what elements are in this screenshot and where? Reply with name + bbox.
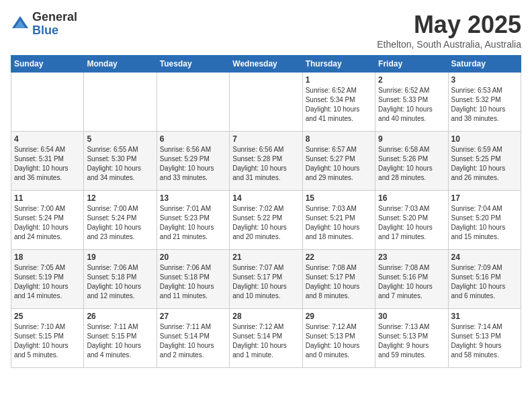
day-info: Sunrise: 6:52 AM Sunset: 5:33 PM Dayligh… xyxy=(378,86,445,124)
calendar-header: Sunday Monday Tuesday Wednesday Thursday… xyxy=(11,56,521,73)
day-number: 19 xyxy=(87,253,153,262)
header-sunday: Sunday xyxy=(11,56,84,73)
day-info: Sunrise: 7:00 AM Sunset: 5:24 PM Dayligh… xyxy=(14,204,81,242)
calendar-cell xyxy=(11,73,84,132)
calendar-cell: 12Sunrise: 7:00 AM Sunset: 5:24 PM Dayli… xyxy=(84,191,157,250)
calendar-cell: 18Sunrise: 7:05 AM Sunset: 5:19 PM Dayli… xyxy=(11,250,84,309)
calendar-cell: 31Sunrise: 7:14 AM Sunset: 5:13 PM Dayli… xyxy=(448,309,521,368)
calendar-week-3: 11Sunrise: 7:00 AM Sunset: 5:24 PM Dayli… xyxy=(11,191,521,250)
day-number: 7 xyxy=(232,134,299,144)
calendar-cell: 26Sunrise: 7:11 AM Sunset: 5:15 PM Dayli… xyxy=(84,309,157,368)
calendar-cell: 1Sunrise: 6:52 AM Sunset: 5:34 PM Daylig… xyxy=(302,73,375,132)
day-number: 23 xyxy=(378,253,445,262)
day-number: 16 xyxy=(378,193,445,203)
day-info: Sunrise: 6:56 AM Sunset: 5:29 PM Dayligh… xyxy=(160,145,226,183)
calendar-cell: 7Sunrise: 6:56 AM Sunset: 5:28 PM Daylig… xyxy=(230,132,302,191)
calendar-week-1: 1Sunrise: 6:52 AM Sunset: 5:34 PM Daylig… xyxy=(11,73,521,132)
day-info: Sunrise: 6:55 AM Sunset: 5:30 PM Dayligh… xyxy=(87,145,153,183)
calendar-week-4: 18Sunrise: 7:05 AM Sunset: 5:19 PM Dayli… xyxy=(11,250,521,309)
day-number: 15 xyxy=(306,193,372,203)
logo: General Blue xyxy=(11,11,77,38)
day-info: Sunrise: 7:08 AM Sunset: 5:17 PM Dayligh… xyxy=(306,263,372,301)
header-friday: Friday xyxy=(375,56,448,73)
calendar-cell xyxy=(157,73,229,132)
day-number: 3 xyxy=(451,75,518,85)
day-number: 10 xyxy=(451,134,518,144)
day-number: 14 xyxy=(232,193,299,203)
day-number: 4 xyxy=(14,134,81,144)
calendar-cell: 23Sunrise: 7:08 AM Sunset: 5:16 PM Dayli… xyxy=(375,250,448,309)
calendar-cell: 19Sunrise: 7:06 AM Sunset: 5:18 PM Dayli… xyxy=(84,250,157,309)
calendar-body: 1Sunrise: 6:52 AM Sunset: 5:34 PM Daylig… xyxy=(11,73,521,368)
day-number: 31 xyxy=(451,312,518,321)
day-info: Sunrise: 7:06 AM Sunset: 5:18 PM Dayligh… xyxy=(160,263,226,301)
calendar-cell: 11Sunrise: 7:00 AM Sunset: 5:24 PM Dayli… xyxy=(11,191,84,250)
day-info: Sunrise: 6:56 AM Sunset: 5:28 PM Dayligh… xyxy=(232,145,299,183)
day-info: Sunrise: 7:11 AM Sunset: 5:14 PM Dayligh… xyxy=(160,322,226,360)
day-number: 6 xyxy=(160,134,226,144)
day-info: Sunrise: 7:03 AM Sunset: 5:21 PM Dayligh… xyxy=(306,204,372,242)
day-info: Sunrise: 7:08 AM Sunset: 5:16 PM Dayligh… xyxy=(378,263,445,301)
calendar-cell: 29Sunrise: 7:12 AM Sunset: 5:13 PM Dayli… xyxy=(302,309,375,368)
day-number: 27 xyxy=(160,312,226,321)
day-number: 20 xyxy=(160,253,226,262)
calendar-cell: 2Sunrise: 6:52 AM Sunset: 5:33 PM Daylig… xyxy=(375,73,448,132)
calendar-cell: 21Sunrise: 7:07 AM Sunset: 5:17 PM Dayli… xyxy=(230,250,302,309)
day-info: Sunrise: 7:13 AM Sunset: 5:13 PM Dayligh… xyxy=(378,322,445,360)
logo-general-text: General xyxy=(32,11,77,24)
day-info: Sunrise: 7:12 AM Sunset: 5:13 PM Dayligh… xyxy=(306,322,372,360)
day-number: 2 xyxy=(378,75,445,85)
day-number: 13 xyxy=(160,193,226,203)
calendar-week-2: 4Sunrise: 6:54 AM Sunset: 5:31 PM Daylig… xyxy=(11,132,521,191)
day-info: Sunrise: 7:09 AM Sunset: 5:16 PM Dayligh… xyxy=(451,263,518,301)
day-number: 9 xyxy=(378,134,445,144)
calendar-cell: 4Sunrise: 6:54 AM Sunset: 5:31 PM Daylig… xyxy=(11,132,84,191)
calendar-cell: 6Sunrise: 6:56 AM Sunset: 5:29 PM Daylig… xyxy=(157,132,229,191)
day-number: 5 xyxy=(87,134,153,144)
calendar-cell: 14Sunrise: 7:02 AM Sunset: 5:22 PM Dayli… xyxy=(230,191,302,250)
header-row: Sunday Monday Tuesday Wednesday Thursday… xyxy=(11,56,521,73)
day-info: Sunrise: 6:53 AM Sunset: 5:32 PM Dayligh… xyxy=(451,86,518,124)
day-number: 26 xyxy=(87,312,153,321)
day-info: Sunrise: 7:01 AM Sunset: 5:23 PM Dayligh… xyxy=(160,204,226,242)
calendar-cell: 16Sunrise: 7:03 AM Sunset: 5:20 PM Dayli… xyxy=(375,191,448,250)
day-info: Sunrise: 6:57 AM Sunset: 5:27 PM Dayligh… xyxy=(306,145,372,183)
calendar-cell: 22Sunrise: 7:08 AM Sunset: 5:17 PM Dayli… xyxy=(302,250,375,309)
calendar-cell: 5Sunrise: 6:55 AM Sunset: 5:30 PM Daylig… xyxy=(84,132,157,191)
day-info: Sunrise: 7:06 AM Sunset: 5:18 PM Dayligh… xyxy=(87,263,153,301)
header-tuesday: Tuesday xyxy=(157,56,229,73)
calendar-cell: 24Sunrise: 7:09 AM Sunset: 5:16 PM Dayli… xyxy=(448,250,521,309)
calendar-cell: 13Sunrise: 7:01 AM Sunset: 5:23 PM Dayli… xyxy=(157,191,229,250)
calendar-week-5: 25Sunrise: 7:10 AM Sunset: 5:15 PM Dayli… xyxy=(11,309,521,368)
calendar-cell: 3Sunrise: 6:53 AM Sunset: 5:32 PM Daylig… xyxy=(448,73,521,132)
day-number: 22 xyxy=(306,253,372,262)
title-block: May 2025 Ethelton, South Australia, Aust… xyxy=(377,11,521,50)
header-thursday: Thursday xyxy=(302,56,375,73)
calendar-cell: 17Sunrise: 7:04 AM Sunset: 5:20 PM Dayli… xyxy=(448,191,521,250)
day-info: Sunrise: 7:03 AM Sunset: 5:20 PM Dayligh… xyxy=(378,204,445,242)
day-info: Sunrise: 7:14 AM Sunset: 5:13 PM Dayligh… xyxy=(451,322,518,360)
day-number: 17 xyxy=(451,193,518,203)
day-info: Sunrise: 7:11 AM Sunset: 5:15 PM Dayligh… xyxy=(87,322,153,360)
day-number: 24 xyxy=(451,253,518,262)
logo-icon xyxy=(11,15,30,34)
calendar-cell: 20Sunrise: 7:06 AM Sunset: 5:18 PM Dayli… xyxy=(157,250,229,309)
day-number: 1 xyxy=(306,75,372,85)
day-info: Sunrise: 6:54 AM Sunset: 5:31 PM Dayligh… xyxy=(14,145,81,183)
day-info: Sunrise: 7:10 AM Sunset: 5:15 PM Dayligh… xyxy=(14,322,81,360)
day-number: 25 xyxy=(14,312,81,321)
calendar-cell: 30Sunrise: 7:13 AM Sunset: 5:13 PM Dayli… xyxy=(375,309,448,368)
day-number: 28 xyxy=(232,312,299,321)
month-title: May 2025 xyxy=(377,11,521,39)
calendar-cell: 15Sunrise: 7:03 AM Sunset: 5:21 PM Dayli… xyxy=(302,191,375,250)
day-info: Sunrise: 6:59 AM Sunset: 5:25 PM Dayligh… xyxy=(451,145,518,183)
calendar-cell xyxy=(230,73,302,132)
day-info: Sunrise: 7:07 AM Sunset: 5:17 PM Dayligh… xyxy=(232,263,299,301)
page-header: General Blue May 2025 Ethelton, South Au… xyxy=(11,11,521,50)
day-number: 30 xyxy=(378,312,445,321)
calendar-table: Sunday Monday Tuesday Wednesday Thursday… xyxy=(11,55,521,368)
header-wednesday: Wednesday xyxy=(230,56,302,73)
day-number: 18 xyxy=(14,253,81,262)
header-saturday: Saturday xyxy=(448,56,521,73)
header-monday: Monday xyxy=(84,56,157,73)
